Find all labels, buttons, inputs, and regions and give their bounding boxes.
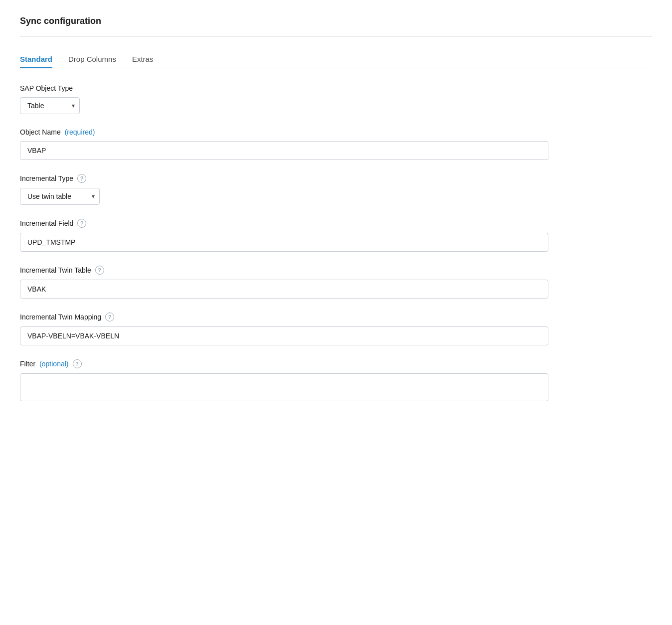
incremental-field-group: Incremental Field ? [20,219,548,252]
tab-standard[interactable]: Standard [20,51,52,68]
tab-extras[interactable]: Extras [132,51,154,68]
incremental-twin-table-group: Incremental Twin Table ? [20,266,548,299]
object-name-group: Object Name (required) [20,128,548,160]
incremental-twin-mapping-group: Incremental Twin Mapping ? [20,312,548,345]
incremental-field-help-icon[interactable]: ? [77,219,86,228]
incremental-type-group: Incremental Type ? Use twin table Timest… [20,174,548,205]
sap-object-type-label: SAP Object Type [20,84,548,92]
sap-object-type-group: SAP Object Type Table View Function ▾ [20,84,548,114]
object-name-input[interactable] [20,141,548,160]
form-section: SAP Object Type Table View Function ▾ Ob… [20,84,548,401]
incremental-twin-table-input[interactable] [20,280,548,299]
incremental-type-help-icon[interactable]: ? [77,174,86,183]
tab-drop-columns[interactable]: Drop Columns [68,51,116,68]
incremental-field-input[interactable] [20,233,548,252]
incremental-twin-mapping-label: Incremental Twin Mapping ? [20,312,548,321]
incremental-twin-table-label: Incremental Twin Table ? [20,266,548,275]
incremental-type-select-wrapper: Use twin table Timestamp None ▾ [20,188,100,205]
filter-input[interactable] [20,373,548,401]
incremental-twin-mapping-input[interactable] [20,326,548,345]
sap-object-type-select-wrapper: Table View Function ▾ [20,97,80,114]
sap-object-type-select[interactable]: Table View Function [20,97,80,114]
incremental-twin-mapping-help-icon[interactable]: ? [105,312,114,321]
incremental-field-label: Incremental Field ? [20,219,548,228]
filter-optional: (optional) [39,360,68,368]
incremental-type-label: Incremental Type ? [20,174,548,183]
filter-label: Filter (optional) ? [20,359,548,368]
filter-help-icon[interactable]: ? [73,359,82,368]
incremental-twin-table-help-icon[interactable]: ? [95,266,104,275]
object-name-label: Object Name (required) [20,128,548,136]
incremental-type-select[interactable]: Use twin table Timestamp None [20,188,100,205]
tabs-container: Standard Drop Columns Extras [20,51,652,68]
filter-group: Filter (optional) ? [20,359,548,401]
page-title: Sync configuration [20,16,652,37]
object-name-required: (required) [65,128,95,136]
